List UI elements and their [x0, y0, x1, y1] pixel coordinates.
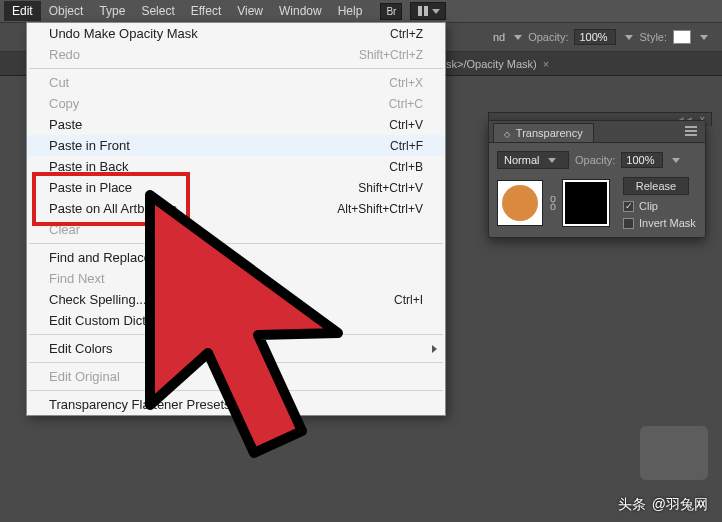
- blend-mode-value: Normal: [504, 154, 539, 166]
- menuitem-label: Edit Original: [49, 369, 423, 384]
- svg-rect-2: [551, 196, 555, 202]
- panel-opacity-label: Opacity:: [575, 154, 615, 166]
- chevron-down-icon[interactable]: [625, 35, 633, 40]
- menuitem-shortcut: Shift+Ctrl+Z: [359, 48, 423, 62]
- menu-effect[interactable]: Effect: [183, 1, 229, 21]
- menuitem-cut: Cut Ctrl+X: [27, 72, 445, 93]
- arrange-docs-button[interactable]: [410, 2, 446, 20]
- menu-separator: [29, 243, 443, 244]
- invert-mask-label: Invert Mask: [639, 217, 696, 229]
- menuitem-label: Transparency Flattener Presets...: [49, 397, 423, 412]
- svg-rect-3: [551, 204, 555, 210]
- attribution-handle: @羽兔网: [652, 496, 708, 514]
- menuitem-redo: Redo Shift+Ctrl+Z: [27, 44, 445, 65]
- menu-separator: [29, 362, 443, 363]
- menuitem-copy: Copy Ctrl+C: [27, 93, 445, 114]
- panel-title: Transparency: [516, 127, 583, 139]
- menuitem-shortcut: Alt+Shift+Ctrl+V: [337, 202, 423, 216]
- panel-opacity-field[interactable]: 100%: [621, 152, 663, 168]
- menu-separator: [29, 334, 443, 335]
- panel-tab-transparency[interactable]: ◇ Transparency: [493, 123, 594, 142]
- chevron-right-icon: [432, 345, 437, 353]
- menuitem-label: Paste on All Artboards: [49, 201, 337, 216]
- chevron-down-icon[interactable]: [514, 35, 522, 40]
- menuitem-label: Check Spelling...: [49, 292, 394, 307]
- menuitem-label: Edit Colors: [49, 341, 423, 356]
- menuitem-shortcut: Ctrl+V: [389, 118, 423, 132]
- menuitem-edit-colors[interactable]: Edit Colors: [27, 338, 445, 359]
- menuitem-check-spelling[interactable]: Check Spelling... Ctrl+I: [27, 289, 445, 310]
- collapse-icon: ◇: [504, 130, 510, 139]
- menuitem-shortcut: Ctrl+X: [389, 76, 423, 90]
- menuitem-label: Copy: [49, 96, 389, 111]
- attribution: 头条 @羽兔网: [618, 496, 708, 514]
- menuitem-label: Cut: [49, 75, 389, 90]
- menuitem-find-replace[interactable]: Find and Replace...: [27, 247, 445, 268]
- menu-help[interactable]: Help: [330, 1, 371, 21]
- chevron-down-icon: [548, 158, 556, 163]
- svg-rect-1: [424, 6, 428, 16]
- menu-select[interactable]: Select: [133, 1, 182, 21]
- close-icon[interactable]: ×: [543, 58, 549, 70]
- menu-view[interactable]: View: [229, 1, 271, 21]
- menuitem-label: Undo Make Opacity Mask: [49, 26, 390, 41]
- menuitem-shortcut: Ctrl+Z: [390, 27, 423, 41]
- svg-rect-0: [418, 6, 422, 16]
- menuitem-find-next: Find Next: [27, 268, 445, 289]
- menuitem-paste-in-back[interactable]: Paste in Back Ctrl+B: [27, 156, 445, 177]
- menuitem-label: Find and Replace...: [49, 250, 423, 265]
- panel-menu-icon[interactable]: [681, 124, 701, 140]
- content-shape-icon: [502, 185, 538, 221]
- edit-menu-dropdown: Undo Make Opacity Mask Ctrl+Z Redo Shift…: [26, 22, 446, 416]
- chevron-down-icon[interactable]: [700, 35, 708, 40]
- menuitem-paste-in-front[interactable]: Paste in Front Ctrl+F: [27, 135, 445, 156]
- menuitem-label: Find Next: [49, 271, 423, 286]
- menuitem-edit-original: Edit Original: [27, 366, 445, 387]
- clip-label: Clip: [639, 200, 658, 212]
- menuitem-edit-dictionary[interactable]: Edit Custom Dictionary...: [27, 310, 445, 331]
- bridge-button[interactable]: Br: [380, 3, 402, 20]
- menuitem-label: Paste: [49, 117, 389, 132]
- style-swatch[interactable]: [673, 30, 691, 44]
- menubar: Edit Object Type Select Effect View Wind…: [0, 0, 722, 22]
- document-tab[interactable]: sk>/Opacity Mask) ×: [436, 55, 559, 73]
- menu-type[interactable]: Type: [91, 1, 133, 21]
- opacity-label: Opacity:: [528, 31, 568, 43]
- release-button[interactable]: Release: [623, 177, 689, 195]
- watermark-image: [640, 426, 708, 480]
- menuitem-undo[interactable]: Undo Make Opacity Mask Ctrl+Z: [27, 23, 445, 44]
- menuitem-shortcut: Ctrl+I: [394, 293, 423, 307]
- menuitem-shortcut: Ctrl+C: [389, 97, 423, 111]
- menu-window[interactable]: Window: [271, 1, 330, 21]
- transparency-panel: ◇ Transparency Normal Opacity: 100%: [488, 120, 706, 238]
- menuitem-label: Paste in Back: [49, 159, 389, 174]
- opacity-field[interactable]: 100%: [574, 29, 616, 45]
- menuitem-paste[interactable]: Paste Ctrl+V: [27, 114, 445, 135]
- menuitem-label: Paste in Place: [49, 180, 358, 195]
- menuitem-flattener-presets[interactable]: Transparency Flattener Presets...: [27, 394, 445, 415]
- menuitem-shortcut: Ctrl+F: [390, 139, 423, 153]
- chevron-down-icon[interactable]: [672, 158, 680, 163]
- menu-edit[interactable]: Edit: [4, 1, 41, 21]
- link-icon[interactable]: [549, 196, 557, 210]
- menuitem-paste-all-artboards[interactable]: Paste on All Artboards Alt+Shift+Ctrl+V: [27, 198, 445, 219]
- menuitem-label: Clear: [49, 222, 423, 237]
- menuitem-paste-in-place[interactable]: Paste in Place Shift+Ctrl+V: [27, 177, 445, 198]
- attribution-prefix: 头条: [618, 496, 646, 514]
- menu-separator: [29, 68, 443, 69]
- invert-mask-checkbox[interactable]: [623, 218, 634, 229]
- style-label: Style:: [639, 31, 667, 43]
- content-thumbnail[interactable]: [497, 180, 543, 226]
- mask-thumbnail[interactable]: [563, 180, 609, 226]
- menu-object[interactable]: Object: [41, 1, 92, 21]
- clip-checkbox[interactable]: [623, 201, 634, 212]
- menuitem-shortcut: Shift+Ctrl+V: [358, 181, 423, 195]
- menuitem-label: Edit Custom Dictionary...: [49, 313, 423, 328]
- menuitem-clear: Clear: [27, 219, 445, 240]
- panel-tabbar: ◇ Transparency: [489, 121, 705, 143]
- menuitem-label: Redo: [49, 47, 359, 62]
- controlbar-fragment: nd: [493, 31, 505, 43]
- menu-separator: [29, 390, 443, 391]
- blend-mode-dropdown[interactable]: Normal: [497, 151, 569, 169]
- document-tab-title: sk>/Opacity Mask): [446, 58, 537, 70]
